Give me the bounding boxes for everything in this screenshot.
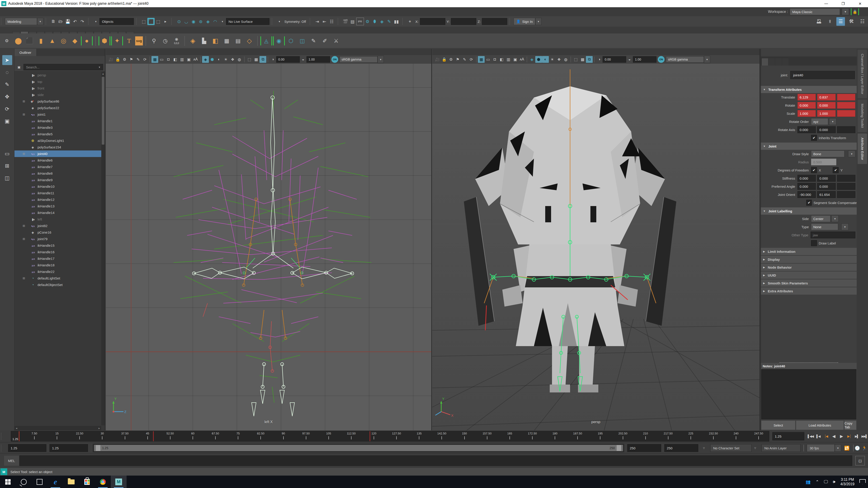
rotate-order-dropdown[interactable]: xyz [811,118,828,125]
type-dropdown[interactable]: None [811,223,838,230]
timeline-tick[interactable]: 60 [187,432,198,441]
timeline-tick[interactable]: 240 [730,432,742,441]
bookmark-icon[interactable]: ⚑ [128,56,135,63]
safe-title-icon[interactable]: 🗚 [519,56,525,63]
sculpt-icon[interactable]: ✐ [320,36,330,46]
timeline-tick[interactable]: 90 [278,432,289,441]
outliner-item[interactable]: ⊞ aiSkyDomeLight1 [14,137,101,144]
draw-label-checkbox[interactable] [811,240,817,246]
type-arrow[interactable]: ▼ [841,223,848,230]
joint-section-header[interactable]: ▼ Joint [761,142,857,150]
display-toggle-icon[interactable]: ⬮ [371,18,378,25]
outliner-hscrollbar[interactable]: ◄ ► [14,426,101,430]
joint-labelling-header[interactable]: ▼ Joint Labelling [761,207,857,215]
outliner-item[interactable]: ⊞ persp [14,72,101,78]
select-button[interactable]: Select [761,421,795,430]
knife-icon[interactable]: ⚔ [331,36,341,46]
outliner-item[interactable]: ⊞ ikHandle12 [14,196,101,203]
copy-tab-button[interactable]: Copy Tab [844,421,856,430]
select-camera-icon[interactable]: 🎥 [107,56,114,63]
playback-start-field[interactable]: 1.25 [50,444,88,452]
range-track[interactable]: 1.25 250 [93,444,624,452]
outliner-item[interactable]: ⊞ defaultLightSet [14,275,101,282]
timeline-tick[interactable]: 75 [232,432,244,441]
grid-toggle-icon[interactable]: ▦ [151,56,158,63]
speaker-icon[interactable]: 🕪 [833,480,835,484]
mirror-icon[interactable]: ◧ [210,36,221,46]
outliner-vscroll-thumb[interactable] [102,77,104,144]
collapsed-section-header[interactable]: ▶ Display [761,256,857,263]
timeline-tick[interactable]: 97.50 [301,432,312,441]
bookmark-icon[interactable]: ⚑ [454,56,461,63]
outliner-item[interactable]: ⊞ front [14,85,101,92]
multi-cut-icon[interactable]: ◇ [244,36,254,46]
poly-cube-icon[interactable]: ⬛ [24,36,35,46]
color-management-toggle[interactable]: ON [658,56,664,63]
file-explorer-button[interactable] [63,476,79,488]
ao-icon[interactable]: ◍ [236,56,243,63]
step-back-frame-button[interactable]: ▌◀ [815,432,822,440]
z-input[interactable] [482,18,507,25]
people-icon[interactable]: 👥 [805,480,810,484]
outliner-item[interactable]: ⊞ ikHandle3 [14,124,101,131]
side-dropdown[interactable]: Center [811,215,831,222]
poly-cone-icon[interactable]: ▲ [47,36,57,46]
shelf-tab[interactable] [118,31,126,33]
shelf-tab[interactable] [61,31,69,33]
lasso-tool[interactable]: ◌ [2,67,12,77]
character-set-arrow[interactable]: ▽ [701,445,708,452]
construction-history-icon[interactable]: ☷ [328,18,336,25]
lock-camera-icon[interactable]: 🔒 [114,56,121,63]
shelf-tab[interactable] [45,31,53,33]
range-bar[interactable]: 1.25 250 [94,445,623,451]
symmetry-label[interactable]: Symmetry: Off [284,20,306,24]
timeline-tick[interactable]: 45 [142,432,153,441]
channel-box-toggle-icon[interactable]: ☷ [858,17,867,26]
output-connections-icon[interactable]: ⇤ [321,18,328,25]
action-center-icon[interactable] [860,479,866,485]
collapsed-section-header[interactable]: ▶ Extra Attributes [761,287,857,295]
step-forward-key-button[interactable]: ▶┆ [845,432,852,440]
scroll-up-icon[interactable]: ▲ [101,72,105,76]
timeline-tick[interactable]: 142.50 [436,432,447,441]
rotate-axis-y-input[interactable]: 0.000 [817,126,835,133]
filter-icon[interactable]: ▣ [16,64,22,71]
segment-scale-checkbox[interactable]: ✔ [806,200,812,205]
range-start-handle[interactable] [96,445,100,451]
scroll-right-icon[interactable]: ► [98,427,100,429]
menu-set-dropdown[interactable]: Modeling [5,18,37,25]
exposure-field[interactable]: 0.00 [276,56,300,63]
gamma-field[interactable]: 1.00 [307,56,330,63]
script-editor-icon[interactable]: {;} [855,456,865,465]
colorspace-arrow[interactable]: ▼ [704,56,710,63]
isolate-select-icon[interactable]: ⬚ [246,56,253,63]
outliner-item[interactable]: ⊞ joint1 [14,111,101,118]
snap-plane-icon[interactable]: ⊚ [197,18,204,25]
shelf-tab[interactable] [102,31,110,33]
poly-torus-icon[interactable]: ◎ [58,36,69,46]
joint-orient-z-input[interactable] [837,191,855,198]
xray-icon[interactable]: ▩ [579,56,586,63]
highlight-icon[interactable]: ⧉ [259,56,266,63]
expand-icon[interactable]: ▶ [162,18,169,25]
rotate-axis-x-input[interactable]: 0.000 [798,126,816,133]
camera-attributes-icon[interactable]: ⚙ [447,56,454,63]
xray-icon[interactable]: ▩ [253,56,259,63]
timeline-tick[interactable]: 150 [459,432,470,441]
toolbar-handle[interactable] [1,445,3,451]
timeline-tick[interactable]: 127.50 [391,432,402,441]
dof-y-checkbox[interactable]: ✔ [833,167,839,173]
timeline-tick[interactable]: 105 [323,432,334,441]
timeline-tick[interactable]: 67.50 [210,432,221,441]
ae-node-tab[interactable] [782,58,788,66]
range-end-handle[interactable] [617,445,621,451]
dof-x-checkbox[interactable]: ✔ [811,167,817,173]
outliner-item[interactable]: ⊞ ikHandle22 [14,268,101,275]
new-scene-icon[interactable]: 🗎 [50,18,57,25]
use-lights-icon[interactable]: ☀ [549,56,556,63]
move-tool[interactable]: ✥ [2,92,12,102]
load-attributes-button[interactable]: Load Attributes [796,421,844,430]
dock-tab[interactable]: Attribute Editor [858,133,867,164]
shelf-tab[interactable] [94,31,101,33]
timeline-tick[interactable]: 135 [413,432,425,441]
